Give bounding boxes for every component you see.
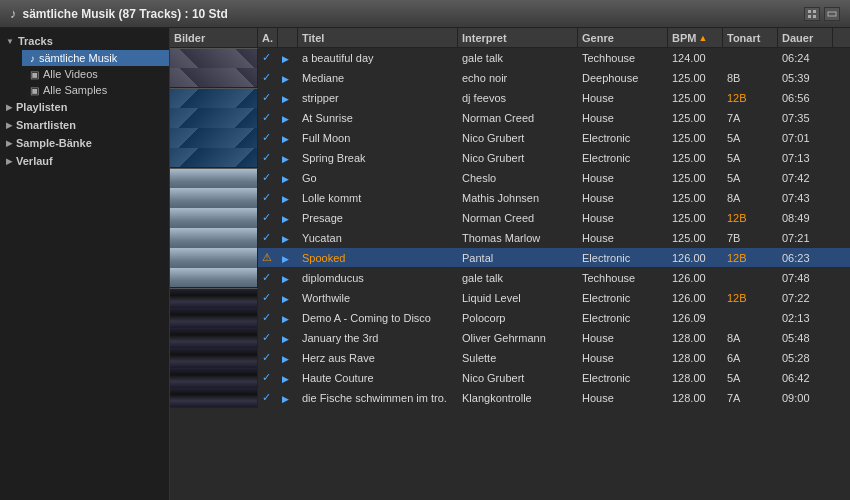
table-row[interactable]: ✓▶Haute CoutureNico GrubertElectronic128… [170,368,850,388]
sidebar-group-label: Verlauf [16,155,53,167]
table-row[interactable]: ✓▶Full MoonNico GrubertElectronic125.005… [170,128,850,148]
col-header-tonart[interactable]: Tonart [723,28,778,47]
check-cell[interactable]: ✓ [258,351,278,364]
svg-rect-3 [813,15,816,18]
duration-cell: 06:56 [778,92,833,104]
sidebar-group-samplebanke[interactable]: ▶ Sample-Bänke [0,134,169,152]
title-cell: stripper [298,92,458,104]
check-cell[interactable]: ✓ [258,91,278,104]
play-cell[interactable]: ▶ [278,92,298,104]
check-cell[interactable]: ✓ [258,191,278,204]
window-tile-button[interactable] [804,7,820,21]
title-cell: diplomducus [298,272,458,284]
col-header-dauer[interactable]: Dauer [778,28,833,47]
track-list[interactable]: ✓▶a beautiful daygale talkTechhouse124.0… [170,48,850,500]
play-cell[interactable]: ▶ [278,392,298,404]
check-cell[interactable]: ✓ [258,111,278,124]
table-row[interactable]: ✓▶die Fische schwimmen im tro.Klangkontr… [170,388,850,408]
check-cell[interactable]: ✓ [258,51,278,64]
artwork-cell [170,268,258,288]
play-cell[interactable]: ▶ [278,172,298,184]
check-cell[interactable]: ✓ [258,311,278,324]
play-cell[interactable]: ▶ [278,352,298,364]
check-cell[interactable]: ✓ [258,211,278,224]
table-row[interactable]: ✓▶PresageNorman CreedHouse125.0012B08:49 [170,208,850,228]
play-cell[interactable]: ▶ [278,292,298,304]
table-row[interactable]: ✓▶a beautiful daygale talkTechhouse124.0… [170,48,850,68]
sidebar-group-smartlisten[interactable]: ▶ Smartlisten [0,116,169,134]
play-cell[interactable]: ▶ [278,72,298,84]
play-cell[interactable]: ▶ [278,372,298,384]
table-row[interactable]: ✓▶diplomducusgale talkTechhouse126.0007:… [170,268,850,288]
artist-cell: echo noir [458,72,578,84]
artwork-cell [170,148,258,168]
sidebar-item-saemtliche[interactable]: ♪ sämtliche Musik [22,50,169,66]
genre-cell: Electronic [578,252,668,264]
title-cell: Demo A - Coming to Disco [298,312,458,324]
title-cell: die Fische schwimmen im tro. [298,392,458,404]
table-row[interactable]: ✓▶Herz aus RaveSuletteHouse128.006A05:28 [170,348,850,368]
svg-rect-2 [808,15,811,18]
table-row[interactable]: ✓▶WorthwileLiquid LevelElectronic126.001… [170,288,850,308]
check-cell[interactable]: ✓ [258,151,278,164]
table-row[interactable]: ✓▶At SunriseNorman CreedHouse125.007A07:… [170,108,850,128]
check-cell[interactable]: ⚠ [258,251,278,264]
table-row[interactable]: ✓▶Lolle kommtMathis JohnsenHouse125.008A… [170,188,850,208]
play-cell[interactable]: ▶ [278,232,298,244]
sidebar-item-label: Alle Samples [43,84,107,96]
col-header-genre[interactable]: Genre [578,28,668,47]
bpm-cell: 125.00 [668,232,723,244]
play-icon: ▶ [282,94,289,104]
play-cell[interactable]: ▶ [278,272,298,284]
check-cell[interactable]: ✓ [258,71,278,84]
genre-cell: Electronic [578,312,668,324]
genre-cell: House [578,352,668,364]
sidebar-group-verlauf[interactable]: ▶ Verlauf [0,152,169,170]
sidebar-group-playlisten[interactable]: ▶ Playlisten [0,98,169,116]
sidebar-item-alle-videos[interactable]: ▣ Alle Videos [22,66,169,82]
check-cell[interactable]: ✓ [258,131,278,144]
play-cell[interactable]: ▶ [278,112,298,124]
table-row[interactable]: ✓▶Medianeecho noirDeephouse125.008B05:39 [170,68,850,88]
check-cell[interactable]: ✓ [258,371,278,384]
check-cell[interactable]: ✓ [258,231,278,244]
expand-icon: ▶ [6,139,12,148]
artist-cell: Cheslo [458,172,578,184]
col-header-interpret[interactable]: Interpret [458,28,578,47]
sidebar-item-label: Alle Videos [43,68,98,80]
table-row[interactable]: ✓▶January the 3rdOliver GehrmannHouse128… [170,328,850,348]
col-header-a[interactable]: A. [258,28,278,47]
sidebar-group-tracks[interactable]: ▼ Tracks [0,32,169,50]
sidebar-item-alle-samples[interactable]: ▣ Alle Samples [22,82,169,98]
table-row[interactable]: ⚠▶SpookedPantalElectronic126.0012B06:23 [170,248,850,268]
check-cell[interactable]: ✓ [258,271,278,284]
duration-cell: 07:43 [778,192,833,204]
play-cell[interactable]: ▶ [278,252,298,264]
content-area: Bilder A. Titel Interpret Genre BPM ▲ [170,28,850,500]
table-row[interactable]: ✓▶Spring BreakNico GrubertElectronic125.… [170,148,850,168]
play-cell[interactable]: ▶ [278,212,298,224]
play-cell[interactable]: ▶ [278,332,298,344]
table-row[interactable]: ✓▶YucatanThomas MarlowHouse125.007B07:21 [170,228,850,248]
col-header-bpm[interactable]: BPM ▲ [668,28,723,47]
table-row[interactable]: ✓▶GoChesloHouse125.005A07:42 [170,168,850,188]
check-cell[interactable]: ✓ [258,291,278,304]
bpm-cell: 126.00 [668,292,723,304]
window-expand-button[interactable] [824,7,840,21]
play-cell[interactable]: ▶ [278,152,298,164]
check-cell[interactable]: ✓ [258,331,278,344]
key-cell: 6A [723,352,778,364]
title-cell: At Sunrise [298,112,458,124]
play-cell[interactable]: ▶ [278,132,298,144]
play-cell[interactable]: ▶ [278,192,298,204]
table-row[interactable]: ✓▶Demo A - Coming to DiscoPolocorpElectr… [170,308,850,328]
check-cell[interactable]: ✓ [258,391,278,404]
col-header-titel[interactable]: Titel [298,28,458,47]
check-cell[interactable]: ✓ [258,171,278,184]
play-cell[interactable]: ▶ [278,312,298,324]
genre-cell: Electronic [578,372,668,384]
genre-cell: Electronic [578,152,668,164]
table-row[interactable]: ✓▶stripperdj feevosHouse125.0012B06:56 [170,88,850,108]
artwork-cell [170,348,258,368]
play-cell[interactable]: ▶ [278,52,298,64]
